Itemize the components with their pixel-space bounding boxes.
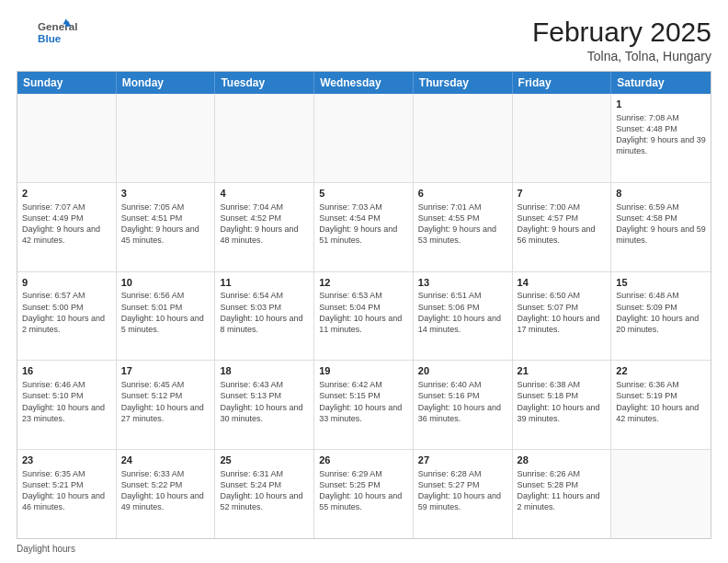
empty-cell [215, 94, 314, 182]
day-number: 13 [418, 276, 507, 290]
day-info: Sunrise: 6:29 AM Sunset: 5:25 PM Dayligh… [319, 468, 408, 513]
empty-cell [314, 94, 414, 182]
day-number: 10 [121, 276, 210, 290]
calendar-row-0: 1Sunrise: 7:08 AM Sunset: 4:48 PM Daylig… [17, 94, 711, 182]
day-cell-4: 4Sunrise: 7:04 AM Sunset: 4:52 PM Daylig… [215, 183, 314, 271]
empty-cell [117, 94, 216, 182]
day-cell-18: 18Sunrise: 6:43 AM Sunset: 5:13 PM Dayli… [215, 361, 314, 449]
day-info: Sunrise: 7:04 AM Sunset: 4:52 PM Dayligh… [220, 201, 309, 247]
day-number: 12 [319, 276, 408, 290]
day-header-saturday: Saturday [611, 72, 711, 94]
day-info: Sunrise: 6:36 AM Sunset: 5:19 PM Dayligh… [616, 379, 706, 424]
day-number: 9 [22, 276, 111, 290]
month-year: February 2025 [532, 17, 711, 47]
day-info: Sunrise: 6:56 AM Sunset: 5:01 PM Dayligh… [121, 290, 210, 335]
day-number: 25 [220, 454, 309, 467]
day-info: Sunrise: 7:03 AM Sunset: 4:54 PM Dayligh… [319, 201, 408, 247]
day-cell-5: 5Sunrise: 7:03 AM Sunset: 4:54 PM Daylig… [314, 183, 414, 271]
day-cell-1: 1Sunrise: 7:08 AM Sunset: 4:48 PM Daylig… [611, 94, 711, 182]
day-cell-8: 8Sunrise: 6:59 AM Sunset: 4:58 PM Daylig… [611, 183, 711, 271]
day-number: 19 [319, 364, 408, 378]
day-info: Sunrise: 6:57 AM Sunset: 5:00 PM Dayligh… [22, 290, 111, 335]
empty-cell [513, 94, 612, 182]
day-info: Sunrise: 7:00 AM Sunset: 4:57 PM Dayligh… [518, 201, 607, 247]
day-cell-23: 23Sunrise: 6:35 AM Sunset: 5:21 PM Dayli… [17, 450, 117, 538]
day-number: 1 [616, 98, 706, 111]
day-cell-22: 22Sunrise: 6:36 AM Sunset: 5:19 PM Dayli… [611, 361, 711, 449]
day-info: Sunrise: 6:35 AM Sunset: 5:21 PM Dayligh… [22, 468, 111, 513]
day-info: Sunrise: 6:42 AM Sunset: 5:15 PM Dayligh… [319, 379, 408, 424]
calendar-header: SundayMondayTuesdayWednesdayThursdayFrid… [17, 72, 711, 94]
day-info: Sunrise: 6:53 AM Sunset: 5:04 PM Dayligh… [319, 290, 408, 335]
day-cell-16: 16Sunrise: 6:46 AM Sunset: 5:10 PM Dayli… [17, 361, 117, 449]
day-cell-9: 9Sunrise: 6:57 AM Sunset: 5:00 PM Daylig… [17, 272, 117, 361]
day-info: Sunrise: 7:05 AM Sunset: 4:51 PM Dayligh… [121, 201, 210, 247]
day-number: 21 [518, 364, 607, 378]
day-number: 27 [418, 454, 507, 467]
day-number: 16 [22, 364, 111, 378]
day-cell-28: 28Sunrise: 6:26 AM Sunset: 5:28 PM Dayli… [513, 450, 612, 538]
day-cell-20: 20Sunrise: 6:40 AM Sunset: 5:16 PM Dayli… [414, 361, 513, 449]
page: General Blue February 2025 Tolna, Tolna,… [0, 0, 728, 563]
day-number: 11 [220, 276, 309, 290]
logo-icon: General Blue [17, 17, 90, 48]
day-header-wednesday: Wednesday [314, 72, 414, 94]
empty-cell [17, 94, 117, 182]
day-info: Sunrise: 6:46 AM Sunset: 5:10 PM Dayligh… [22, 379, 111, 424]
day-header-sunday: Sunday [17, 72, 117, 94]
day-number: 5 [319, 187, 408, 201]
day-info: Sunrise: 6:28 AM Sunset: 5:27 PM Dayligh… [418, 468, 507, 513]
day-info: Sunrise: 6:43 AM Sunset: 5:13 PM Dayligh… [220, 379, 309, 424]
day-cell-26: 26Sunrise: 6:29 AM Sunset: 5:25 PM Dayli… [314, 450, 414, 538]
footer-note: Daylight hours [17, 544, 711, 554]
day-cell-25: 25Sunrise: 6:31 AM Sunset: 5:24 PM Dayli… [215, 450, 314, 538]
day-info: Sunrise: 6:45 AM Sunset: 5:12 PM Dayligh… [121, 379, 210, 424]
logo: General Blue [17, 17, 90, 48]
calendar-row-1: 2Sunrise: 7:07 AM Sunset: 4:49 PM Daylig… [17, 182, 711, 271]
day-info: Sunrise: 6:33 AM Sunset: 5:22 PM Dayligh… [121, 468, 210, 513]
day-info: Sunrise: 6:38 AM Sunset: 5:18 PM Dayligh… [518, 379, 607, 424]
day-cell-27: 27Sunrise: 6:28 AM Sunset: 5:27 PM Dayli… [414, 450, 513, 538]
day-cell-11: 11Sunrise: 6:54 AM Sunset: 5:03 PM Dayli… [215, 272, 314, 361]
calendar-row-4: 23Sunrise: 6:35 AM Sunset: 5:21 PM Dayli… [17, 449, 711, 538]
day-header-tuesday: Tuesday [215, 72, 314, 94]
day-info: Sunrise: 7:07 AM Sunset: 4:49 PM Dayligh… [22, 201, 111, 247]
day-number: 26 [319, 454, 408, 467]
day-number: 8 [616, 187, 706, 201]
day-cell-14: 14Sunrise: 6:50 AM Sunset: 5:07 PM Dayli… [513, 272, 612, 361]
day-cell-2: 2Sunrise: 7:07 AM Sunset: 4:49 PM Daylig… [17, 183, 117, 271]
day-info: Sunrise: 6:40 AM Sunset: 5:16 PM Dayligh… [418, 379, 507, 424]
header: General Blue February 2025 Tolna, Tolna,… [17, 17, 711, 63]
day-header-friday: Friday [513, 72, 612, 94]
day-cell-17: 17Sunrise: 6:45 AM Sunset: 5:12 PM Dayli… [117, 361, 216, 449]
day-cell-7: 7Sunrise: 7:00 AM Sunset: 4:57 PM Daylig… [513, 183, 612, 271]
day-info: Sunrise: 6:31 AM Sunset: 5:24 PM Dayligh… [220, 468, 309, 513]
calendar-row-3: 16Sunrise: 6:46 AM Sunset: 5:10 PM Dayli… [17, 360, 711, 449]
day-cell-15: 15Sunrise: 6:48 AM Sunset: 5:09 PM Dayli… [611, 272, 711, 361]
day-number: 23 [22, 454, 111, 467]
day-number: 15 [616, 276, 706, 290]
day-info: Sunrise: 6:50 AM Sunset: 5:07 PM Dayligh… [518, 290, 607, 335]
day-number: 3 [121, 187, 210, 201]
day-info: Sunrise: 7:08 AM Sunset: 4:48 PM Dayligh… [616, 112, 706, 157]
calendar-body: 1Sunrise: 7:08 AM Sunset: 4:48 PM Daylig… [17, 94, 711, 538]
day-number: 20 [418, 364, 507, 378]
day-cell-6: 6Sunrise: 7:01 AM Sunset: 4:55 PM Daylig… [414, 183, 513, 271]
empty-cell [611, 450, 711, 538]
day-cell-21: 21Sunrise: 6:38 AM Sunset: 5:18 PM Dayli… [513, 361, 612, 449]
day-number: 24 [121, 454, 210, 467]
day-cell-12: 12Sunrise: 6:53 AM Sunset: 5:04 PM Dayli… [314, 272, 414, 361]
day-number: 22 [616, 364, 706, 378]
day-info: Sunrise: 6:48 AM Sunset: 5:09 PM Dayligh… [616, 290, 706, 335]
day-info: Sunrise: 6:51 AM Sunset: 5:06 PM Dayligh… [418, 290, 507, 335]
day-cell-3: 3Sunrise: 7:05 AM Sunset: 4:51 PM Daylig… [117, 183, 216, 271]
day-number: 17 [121, 364, 210, 378]
location: Tolna, Tolna, Hungary [532, 49, 711, 63]
day-header-monday: Monday [117, 72, 216, 94]
day-info: Sunrise: 6:54 AM Sunset: 5:03 PM Dayligh… [220, 290, 309, 335]
day-cell-24: 24Sunrise: 6:33 AM Sunset: 5:22 PM Dayli… [117, 450, 216, 538]
svg-text:Blue: Blue [38, 32, 62, 44]
calendar: SundayMondayTuesdayWednesdayThursdayFrid… [17, 71, 711, 539]
title-block: February 2025 Tolna, Tolna, Hungary [532, 17, 711, 63]
day-cell-19: 19Sunrise: 6:42 AM Sunset: 5:15 PM Dayli… [314, 361, 414, 449]
